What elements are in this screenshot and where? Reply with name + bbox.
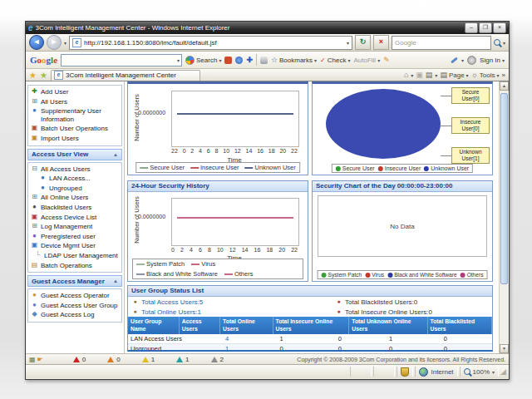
sidebar-item[interactable]: ● LAN Access... — [37, 174, 121, 184]
home-dropdown-icon[interactable]: ▾ — [411, 72, 413, 78]
home-icon[interactable]: ⌂ — [404, 71, 408, 79]
history-dropdown-icon[interactable]: ▾ — [64, 40, 66, 46]
send-to-icon[interactable] — [224, 57, 232, 64]
sidebar-item[interactable]: ▣ Batch User Operations — [29, 124, 121, 134]
table-header-cell[interactable]: Access Users — [180, 317, 220, 334]
print-page-icon[interactable]: ▤ — [426, 71, 433, 79]
search-button-dropdown-icon[interactable]: ▾ — [219, 57, 221, 63]
table-header-cell[interactable]: Total Insecure Online Users — [273, 317, 350, 334]
alarm-severity-item[interactable]: 1 — [176, 356, 189, 363]
alarm-severity-item[interactable]: 1 — [142, 356, 155, 363]
sidebar-item[interactable]: ◆ Guest Access Log — [29, 310, 121, 320]
sidebar-item[interactable]: ▣ Import Users — [29, 134, 121, 144]
scroll-up-arrow[interactable]: ▲ — [500, 81, 509, 91]
sidebar-item[interactable]: ● Ungrouped — [37, 184, 121, 194]
chart-plot-area — [171, 198, 299, 246]
sidebar-item[interactable]: ● Blacklisted Users — [29, 203, 121, 213]
spellcheck-button[interactable]: ✓ Check ▾ — [320, 57, 350, 64]
alarm-severity-item[interactable]: 0 — [107, 356, 120, 363]
favorites-star-icon[interactable]: ★ — [29, 71, 37, 80]
access-user-view-header[interactable]: Access User View ▲ — [27, 149, 122, 160]
zoom-pane[interactable]: 100% ▾ — [460, 367, 499, 377]
table-header-cell[interactable]: Total Unknown Online Users — [349, 317, 427, 334]
table-row[interactable]: LAN Access Users 4 1 0 1 0 — [128, 334, 492, 344]
close-button[interactable]: × — [493, 22, 506, 33]
alarm-severity-item[interactable]: 0 — [73, 356, 86, 363]
page-dropdown-icon[interactable]: ▾ — [466, 72, 469, 78]
signin-button[interactable]: Sign In ▾ — [480, 57, 505, 64]
cell-access-users[interactable]: 4 — [223, 335, 278, 342]
alarm-browse-icon[interactable]: ▦ — [29, 356, 36, 363]
settings-dropdown-icon[interactable]: ▾ — [461, 57, 464, 63]
collapse-arrow-icon[interactable]: ▲ — [113, 278, 118, 283]
sidebar-item[interactable]: ⊟ All Access Users — [29, 165, 121, 175]
google-search-dropdown-icon[interactable]: ▾ — [177, 57, 180, 63]
x-tick-label: 14 — [246, 148, 253, 154]
toolbar-settings-wrench-icon[interactable] — [451, 57, 458, 63]
bookmarks-dropdown-icon[interactable]: ▾ — [314, 57, 317, 63]
search-input[interactable]: Google — [392, 36, 491, 50]
table-header-cell[interactable]: Total Blacklisted Users — [428, 317, 492, 334]
resize-grip-icon[interactable]: ◢ — [500, 367, 506, 376]
search-options-dropdown-icon[interactable]: ▾ — [503, 40, 505, 46]
window-titlebar[interactable]: e 3Com Intelligent Management Center - W… — [26, 22, 509, 34]
guest-access-manager-group: ● Guest Access Operator ● Guest Access U… — [27, 288, 122, 323]
scrollbar-thumb[interactable] — [500, 93, 508, 284]
sidebar-item[interactable]: ● Guest Access Operator — [29, 291, 121, 301]
browser-tab[interactable]: e 3Com Intelligent Management Center — [51, 70, 200, 81]
guest-access-manager-header[interactable]: Guest Access Manager ▲ — [27, 275, 122, 287]
minimize-button[interactable]: – — [465, 22, 478, 33]
sidebar-item[interactable]: ⊞ Log Management — [29, 222, 121, 232]
toolbar-overflow-chevron[interactable]: » — [502, 71, 505, 79]
table-header-cell[interactable]: Total Online Users — [220, 317, 273, 334]
table-row[interactable]: Ungrouped 1 0 0 0 0 — [128, 344, 492, 352]
sidebar-item[interactable]: ● Preregistered user — [29, 232, 121, 242]
sidebar-item[interactable]: ⊞ All Online Users — [29, 193, 121, 203]
highlighter-pen-icon[interactable]: ✎ — [383, 56, 390, 64]
autofill-button[interactable]: AutoFill ▾ — [353, 57, 380, 64]
tools-menu-button[interactable]: ☼ Tools ▾ — [471, 71, 500, 79]
refresh-button[interactable]: ↻ — [355, 35, 371, 50]
summary-text: Total Blacklisted Users:0 — [345, 298, 417, 306]
sidebar-item[interactable]: └ LDAP User Management — [32, 251, 121, 261]
check-dropdown-icon[interactable]: ▾ — [347, 57, 350, 63]
address-input[interactable]: e http://192.168.1.150:8080/imc/fault/de… — [69, 36, 352, 50]
sidebar-item[interactable]: ✚ Add User — [29, 87, 121, 97]
sidebar-item[interactable]: ● Guest Access User Group — [29, 301, 121, 311]
search-magnifier-icon[interactable] — [494, 39, 500, 46]
cell-access-users[interactable]: 1 — [223, 345, 278, 352]
print-icon[interactable] — [260, 57, 268, 64]
bookmarks-button[interactable]: ☆ Bookmarks ▾ — [271, 56, 317, 64]
alarm-severity-item[interactable]: 2 — [211, 356, 224, 363]
collapse-arrow-icon[interactable]: ▲ — [113, 152, 118, 157]
scroll-down-arrow[interactable]: ▼ — [500, 344, 509, 353]
table-header-cell[interactable]: User Group Name — [128, 317, 180, 334]
alarm-pointer-icon[interactable]: ☛ — [37, 356, 43, 363]
sidebar-item[interactable]: ▣ Access Device List — [29, 213, 121, 223]
tools-dropdown-icon[interactable]: ▾ — [497, 72, 500, 78]
signin-dropdown-icon[interactable]: ▾ — [502, 57, 505, 63]
forward-button[interactable]: ► — [47, 35, 62, 50]
sidebar-item[interactable]: ⊞ All Users — [29, 97, 121, 107]
feeds-icon[interactable]: ▣ — [416, 71, 423, 79]
legend-entry: System Patch — [322, 272, 362, 278]
google-search-button[interactable]: Search ▾ — [185, 56, 221, 65]
autofill-dropdown-icon[interactable]: ▾ — [377, 57, 380, 63]
page-menu-button[interactable]: ▤ Page ▾ — [440, 71, 468, 79]
vertical-scrollbar[interactable]: ▲ ▼ — [499, 81, 509, 353]
sidebar-item[interactable]: ● Supplementary User Information — [29, 106, 121, 124]
add-favorite-icon[interactable]: ★ — [40, 71, 47, 80]
google-toolbar-search-input[interactable]: ▾ — [61, 54, 182, 66]
restore-button[interactable]: ❐ — [479, 22, 492, 33]
window-title: 3Com Intelligent Management Center - Win… — [36, 24, 462, 32]
browser-globe-icon[interactable] — [235, 57, 243, 64]
sidebar-item[interactable]: ▤ Batch Operations — [29, 261, 121, 271]
zoom-dropdown-icon[interactable]: ▾ — [492, 369, 495, 375]
sidebar-item[interactable]: ▣ Device Mgmt User — [29, 241, 121, 251]
add-gadget-plus-icon[interactable]: ✚ — [246, 56, 253, 64]
print-dropdown-icon[interactable]: ▾ — [435, 72, 437, 78]
back-button[interactable]: ◄ — [29, 35, 44, 50]
google-logo-letter: G — [30, 55, 37, 65]
stop-button[interactable]: × — [373, 35, 389, 50]
address-dropdown-icon[interactable]: ▾ — [347, 40, 349, 46]
